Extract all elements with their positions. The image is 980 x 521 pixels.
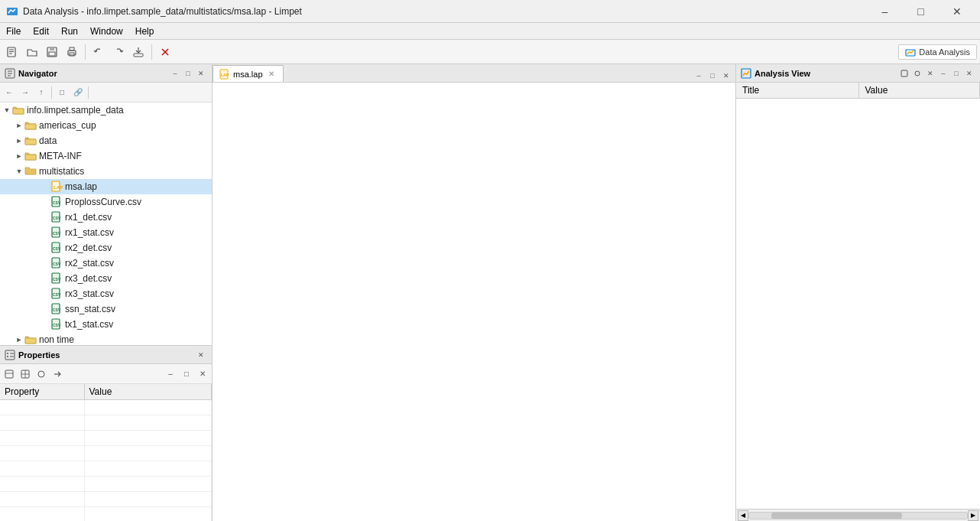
data-analysis-button[interactable]: Data Analysis: [898, 44, 977, 60]
menu-edit[interactable]: Edit: [27, 23, 55, 39]
properties-panel: Properties ✕ – □: [0, 345, 212, 521]
navigator-minimize-button[interactable]: –: [169, 67, 181, 80]
tree-item-proploss[interactable]: CSV ProplossCurve.csv: [0, 194, 212, 210]
window-controls[interactable]: – □ ✕: [868, 0, 974, 23]
nav-up-button[interactable]: ↑: [34, 85, 49, 100]
tree-item-msa[interactable]: LAP msa.lap: [0, 179, 212, 194]
new-button[interactable]: [3, 43, 21, 61]
props-maximize-btn[interactable]: □: [179, 366, 194, 382]
tree-item-multi[interactable]: ▼ multistatics: [0, 164, 212, 179]
nav-collapse-button[interactable]: □: [54, 85, 70, 100]
svg-text:LAP: LAP: [54, 185, 63, 190]
scroll-left-btn[interactable]: ◀: [738, 510, 748, 521]
tree-item-rx1det[interactable]: CSV rx1_det.csv: [0, 210, 212, 225]
analysis-maximize-btn[interactable]: □: [950, 67, 962, 80]
props-btn3[interactable]: [34, 366, 49, 382]
menu-help[interactable]: Help: [129, 23, 161, 39]
props-row-6: [0, 476, 212, 491]
analysis-scrollbar[interactable]: ◀ ▶: [736, 509, 980, 521]
nav-sep-1: [51, 86, 52, 99]
tree-item-ssnstat[interactable]: CSV ssn_stat.csv: [0, 301, 212, 317]
menu-file[interactable]: File: [0, 23, 27, 39]
print-button[interactable]: [63, 43, 81, 61]
tree-area: ▼ info.limpet.sample_data ► americas_cup: [0, 103, 212, 345]
maximize-button[interactable]: □: [904, 0, 938, 23]
nontime-label: non time: [39, 334, 74, 345]
minimize-button[interactable]: –: [868, 0, 902, 23]
svg-rect-58: [901, 70, 907, 77]
svg-rect-18: [13, 109, 24, 114]
tree-item-meta[interactable]: ► META-INF: [0, 148, 212, 164]
rx3stat-label: rx3_stat.csv: [65, 288, 114, 299]
scrollbar-thumb[interactable]: [771, 513, 902, 519]
tree-item-rx3stat[interactable]: CSV rx3_stat.csv: [0, 286, 212, 301]
americas-expand-icon[interactable]: ►: [14, 120, 24, 131]
tree-item-data[interactable]: ► data: [0, 133, 212, 148]
delete-button[interactable]: [156, 43, 174, 61]
menu-run[interactable]: Run: [55, 23, 84, 39]
editor-tab-controls: – □ ✕: [693, 70, 735, 82]
nontime-expand-icon[interactable]: ►: [14, 334, 24, 345]
undo-button[interactable]: [89, 43, 108, 61]
nav-forward-button[interactable]: →: [18, 85, 33, 100]
proploss-file-icon: CSV: [50, 196, 63, 208]
tree-item-rx2stat[interactable]: CSV rx2_stat.csv: [0, 256, 212, 271]
navigator-controls[interactable]: – □ ✕: [169, 67, 207, 80]
center-panel: LAP msa.lap ✕ – □ ✕: [213, 64, 735, 521]
multi-expand-icon[interactable]: ▼: [14, 166, 24, 177]
horizontal-scrollbar[interactable]: [748, 512, 968, 519]
tree-root[interactable]: ▼ info.limpet.sample_data: [0, 103, 212, 118]
analysis-close-btn[interactable]: ✕: [963, 67, 975, 80]
close-button[interactable]: ✕: [939, 0, 974, 23]
editor-maximize-btn[interactable]: □: [706, 70, 719, 82]
menu-window[interactable]: Window: [84, 23, 129, 39]
nav-link-button[interactable]: 🔗: [70, 85, 86, 100]
props-btn2[interactable]: [18, 366, 33, 382]
save-button[interactable]: [43, 43, 61, 61]
props-row-7: [0, 491, 212, 506]
analysis-minimize-btn[interactable]: –: [937, 67, 949, 80]
analysis-view-header: Analysis View ✕ – □ ✕: [736, 64, 980, 83]
tree-item-rx3det[interactable]: CSV rx3_det.csv: [0, 271, 212, 286]
props-row-3: [0, 430, 212, 445]
tx1stat-label: tx1_stat.csv: [65, 319, 113, 330]
analysis-controls[interactable]: ✕ – □ ✕: [898, 67, 975, 80]
props-row-5: [0, 461, 212, 476]
tab-close-msa[interactable]: ✕: [266, 69, 277, 80]
root-expand-icon[interactable]: ▼: [2, 105, 12, 116]
scroll-right-btn[interactable]: ▶: [968, 510, 978, 521]
meta-expand-icon[interactable]: ►: [14, 151, 24, 161]
open-button[interactable]: [23, 43, 41, 61]
nav-back-button[interactable]: ←: [2, 85, 17, 100]
navigator-close-button[interactable]: ✕: [195, 67, 207, 80]
right-panel: Analysis View ✕ – □ ✕ Title Value: [735, 64, 980, 521]
analysis-pin-btn[interactable]: [911, 67, 923, 80]
props-col-value: Value: [84, 384, 212, 399]
tree-item-tx1stat[interactable]: CSV tx1_stat.csv: [0, 317, 212, 332]
rx1stat-file-icon: CSV: [50, 226, 63, 239]
toolbar-sep-1: [85, 44, 86, 60]
analysis-export-btn[interactable]: [898, 67, 910, 80]
tree-item-americas[interactable]: ► americas_cup: [0, 118, 212, 133]
props-minimize-btn[interactable]: –: [163, 366, 178, 382]
props-close-btn[interactable]: ✕: [195, 349, 207, 361]
analysis-close-icon-btn[interactable]: ✕: [924, 67, 936, 80]
rx3det-file-icon: CSV: [50, 272, 63, 285]
svg-text:CSV: CSV: [53, 216, 61, 220]
data-expand-icon[interactable]: ►: [14, 135, 24, 146]
nontime-folder-icon: [24, 334, 37, 345]
tree-item-rx1stat[interactable]: CSV rx1_stat.csv: [0, 225, 212, 240]
props-btn1[interactable]: [2, 366, 17, 382]
properties-controls[interactable]: ✕: [195, 349, 207, 361]
tree-item-nontime[interactable]: ► non time: [0, 332, 212, 345]
editor-minimize-btn[interactable]: –: [693, 70, 705, 82]
export-button[interactable]: [129, 43, 148, 61]
props-btn4[interactable]: [50, 366, 65, 382]
navigator-maximize-button[interactable]: □: [182, 67, 194, 80]
tree-item-rx2det[interactable]: CSV rx2_det.csv: [0, 240, 212, 256]
editor-close-btn[interactable]: ✕: [720, 70, 732, 82]
editor-tab-msa[interactable]: LAP msa.lap ✕: [213, 65, 284, 82]
props-expand-btn[interactable]: ✕: [195, 366, 210, 382]
redo-button[interactable]: [109, 43, 128, 61]
props-row-8: [0, 506, 212, 521]
